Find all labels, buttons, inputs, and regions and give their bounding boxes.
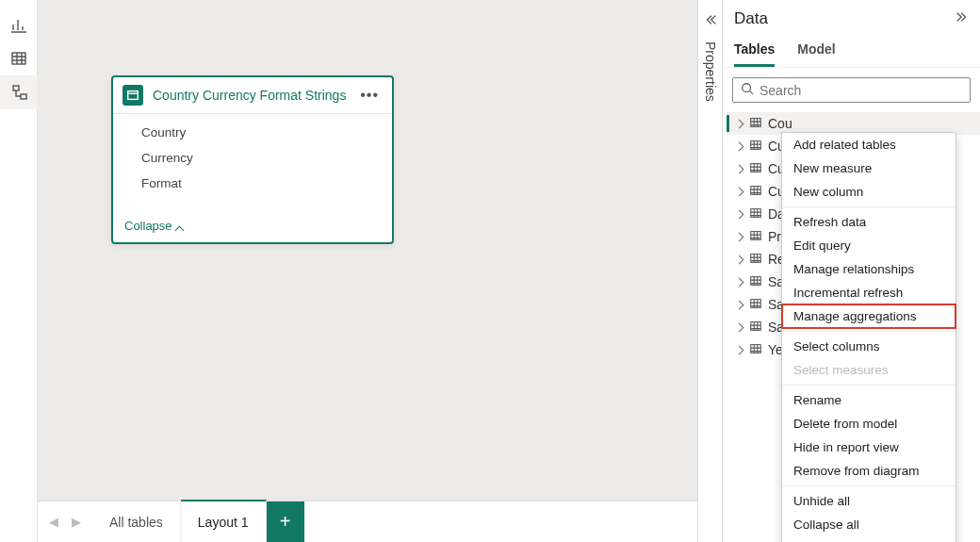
ctx-item-delete-from-model[interactable]: Delete from model xyxy=(782,412,956,435)
ctx-item-unhide-all[interactable]: Unhide all xyxy=(782,489,956,513)
search-icon xyxy=(741,82,754,98)
table-card-fields: Country Currency Format xyxy=(113,114,392,213)
table-card-icon xyxy=(122,85,143,106)
tab-model[interactable]: Model xyxy=(797,36,835,67)
table-card-title: Country Currency Format Strings xyxy=(153,88,347,103)
collapse-data-button[interactable] xyxy=(956,10,969,27)
table-card-more-icon[interactable]: ••• xyxy=(356,87,383,104)
svg-rect-0 xyxy=(12,53,25,64)
chevron-right-icon xyxy=(734,232,743,241)
ctx-item-select-columns[interactable]: Select columns xyxy=(782,335,956,358)
chevron-right-icon xyxy=(734,209,743,219)
table-icon xyxy=(749,342,762,358)
bar-chart-icon xyxy=(10,16,27,33)
layout-tabbar: ◀ ▶ All tables Layout 1 + xyxy=(38,501,697,542)
search-input[interactable] xyxy=(760,83,962,98)
table-context-menu: Add related tablesNew measureNew columnR… xyxy=(781,132,956,542)
table-icon xyxy=(749,252,762,268)
ctx-item-remove-from-diagram[interactable]: Remove from diagram xyxy=(782,459,956,483)
table-icon xyxy=(749,229,762,245)
properties-label[interactable]: Properties xyxy=(703,38,718,102)
properties-pane-collapsed: Properties xyxy=(697,0,722,542)
field-row[interactable]: Country xyxy=(113,120,392,145)
data-view-button[interactable] xyxy=(0,41,38,75)
svg-rect-2 xyxy=(21,94,26,99)
table-card[interactable]: Country Currency Format Strings ••• Coun… xyxy=(111,75,394,244)
field-row[interactable]: Format xyxy=(113,171,392,196)
chevron-right-icon xyxy=(734,345,743,354)
chevron-right-icon xyxy=(734,164,743,173)
search-box[interactable] xyxy=(732,77,971,103)
ctx-item-add-related-tables[interactable]: Add related tables xyxy=(782,133,956,156)
ctx-item-refresh-data[interactable]: Refresh data xyxy=(782,210,956,234)
ctx-item-new-column[interactable]: New column xyxy=(782,180,956,204)
chevron-right-icon xyxy=(734,255,743,264)
svg-point-4 xyxy=(743,84,751,92)
svg-rect-1 xyxy=(13,86,19,90)
collapse-label: Collapse xyxy=(124,219,172,233)
table-icon xyxy=(749,320,762,336)
chevron-right-icon xyxy=(734,322,743,332)
context-menu-separator xyxy=(782,485,956,486)
canvas-area: Country Currency Format Strings ••• Coun… xyxy=(38,0,697,542)
collapse-toggle[interactable]: Collapse xyxy=(113,213,392,242)
tab-prev-button[interactable]: ◀ xyxy=(43,508,64,536)
context-menu-separator xyxy=(782,385,956,386)
table-icon xyxy=(749,297,762,313)
chevron-up-icon xyxy=(176,222,186,231)
model-view-button[interactable] xyxy=(0,75,38,109)
ctx-item-expand-all[interactable]: Expand all xyxy=(782,536,956,542)
ctx-item-new-measure[interactable]: New measure xyxy=(782,156,956,180)
chevron-right-icon xyxy=(734,141,743,151)
ctx-item-select-measures: Select measures xyxy=(782,358,956,382)
table-icon xyxy=(749,184,762,200)
expand-properties-button[interactable] xyxy=(702,11,719,28)
tab-next-button[interactable]: ▶ xyxy=(66,508,87,536)
svg-rect-3 xyxy=(128,91,139,100)
ctx-item-incremental-refresh[interactable]: Incremental refresh xyxy=(782,281,956,304)
model-icon xyxy=(11,84,28,101)
chevron-right-icon xyxy=(734,187,743,196)
ctx-item-collapse-all[interactable]: Collapse all xyxy=(782,513,956,536)
table-icon xyxy=(749,116,762,132)
app-root: Country Currency Format Strings ••• Coun… xyxy=(0,0,980,542)
tree-item-label: Cou xyxy=(768,116,792,131)
field-row[interactable]: Currency xyxy=(113,145,392,171)
table-card-header[interactable]: Country Currency Format Strings ••• xyxy=(113,77,392,113)
ctx-item-manage-relationships[interactable]: Manage relationships xyxy=(782,257,956,281)
report-view-button[interactable] xyxy=(0,8,38,41)
ctx-item-hide-in-report-view[interactable]: Hide in report view xyxy=(782,435,956,459)
data-pane-tabs: Tables Model xyxy=(723,36,980,68)
data-pane-title: Data xyxy=(734,9,768,28)
model-canvas[interactable]: Country Currency Format Strings ••• Coun… xyxy=(38,0,697,501)
chevron-right-icon xyxy=(734,277,743,287)
tab-tables[interactable]: Tables xyxy=(734,36,775,67)
table-icon xyxy=(749,206,762,222)
context-menu-separator xyxy=(782,331,956,332)
chevron-right-icon xyxy=(734,300,743,309)
ctx-item-rename[interactable]: Rename xyxy=(782,388,956,412)
tab-nav: ◀ ▶ xyxy=(38,501,92,542)
ctx-item-manage-aggregations[interactable]: Manage aggregations xyxy=(782,304,956,328)
chevron-right-icon xyxy=(734,119,743,128)
tab-all-tables[interactable]: All tables xyxy=(92,501,181,542)
table-icon xyxy=(749,274,762,290)
add-layout-button[interactable]: + xyxy=(267,501,304,542)
table-icon xyxy=(10,50,27,67)
table-icon xyxy=(749,139,762,155)
table-icon xyxy=(749,161,762,177)
context-menu-separator xyxy=(782,206,956,207)
tab-layout-1[interactable]: Layout 1 xyxy=(181,500,267,542)
ctx-item-edit-query[interactable]: Edit query xyxy=(782,234,956,257)
data-pane: Data Tables Model CouCurCurCusDatProResS… xyxy=(722,0,980,542)
view-rail xyxy=(0,0,38,542)
